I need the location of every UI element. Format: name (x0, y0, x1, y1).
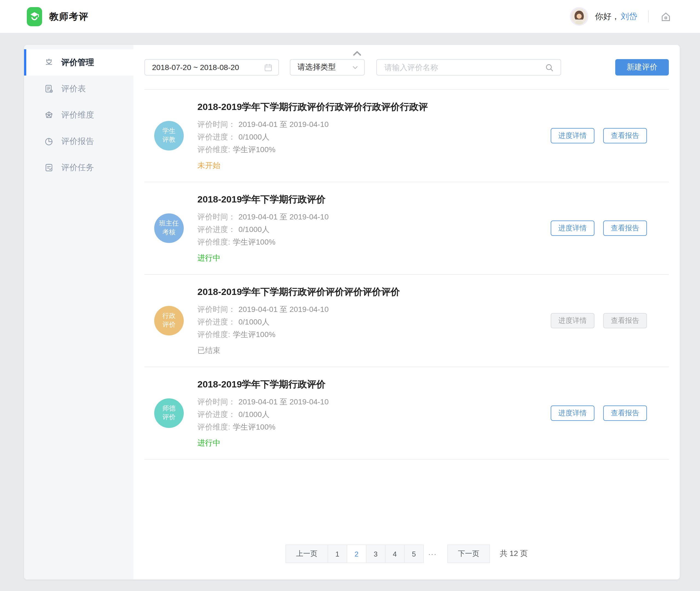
evaluation-list: 学生 评教 2018-2019学年下学期行政评价行政评价行政评价行政评 评价时间… (144, 89, 669, 460)
evaluation-card: 师德 评价 2018-2019学年下学期行政评价 评价时间： 2019-04-0… (144, 367, 669, 459)
progress-label: 评价进度： (198, 223, 236, 236)
dimension-label: 评价维度: (198, 236, 230, 249)
evaluation-progress-row: 评价进度： 0/1000人 (198, 408, 540, 421)
page-button-4[interactable]: 4 (385, 544, 405, 563)
dimension-label: 评价维度: (198, 421, 230, 434)
time-value: 2019-04-01 至 2019-04-10 (238, 118, 329, 131)
sidebar-item-evaluation-form[interactable]: 评价表 (24, 75, 134, 102)
progress-label: 评价进度： (198, 316, 236, 328)
evaluation-progress-row: 评价进度： 0/1000人 (198, 316, 540, 328)
evaluation-dimension-row: 评价维度: 学生评100% (198, 421, 540, 434)
view-report-button[interactable]: 查看报告 (603, 313, 647, 328)
evaluation-time-row: 评价时间： 2019-04-01 至 2019-04-10 (198, 211, 540, 223)
progress-label: 评价进度： (198, 131, 236, 143)
type-select-placeholder: 请选择类型 (298, 62, 336, 72)
next-page-button[interactable]: 下一页 (447, 544, 490, 563)
card-actions: 进度详情 查看报告 (551, 128, 647, 143)
time-label: 评价时间： (198, 303, 236, 316)
evaluation-type-badge: 师德 评价 (154, 398, 184, 428)
greeting-text: 你好， (595, 11, 620, 22)
evaluation-title: 2018-2019学年下学期行政评价行政评价行政评价行政评 (198, 101, 540, 113)
evaluation-card: 班主任 考核 2018-2019学年下学期行政评价 评价时间： 2019-04-… (144, 182, 669, 274)
progress-detail-button[interactable]: 进度详情 (551, 128, 595, 143)
collapse-filters-chevron-up-icon[interactable] (351, 49, 363, 58)
progress-detail-button[interactable]: 进度详情 (551, 220, 595, 236)
evaluation-type-badge: 学生 评教 (154, 121, 184, 150)
card-body: 2018-2019学年下学期行政评价评价评价评价评价 评价时间： 2019-04… (198, 286, 540, 356)
search-field (376, 59, 561, 75)
evaluation-time-row: 评价时间： 2019-04-01 至 2019-04-10 (198, 303, 540, 316)
progress-value: 0/1000人 (238, 223, 269, 236)
page-button-5[interactable]: 5 (404, 544, 424, 563)
sidebar-item-evaluation-dimension[interactable]: 评价维度 (24, 102, 134, 128)
top-bar: 教师考评 你好， 刘岱 (0, 0, 700, 33)
evaluation-dimension-row: 评价维度: 学生评100% (198, 143, 540, 156)
badge-line1: 学生 (162, 127, 175, 136)
date-range-value: 2018-07-20 ~ 2018-08-20 (152, 63, 239, 72)
brand: 教师考评 (27, 7, 89, 26)
progress-value: 0/1000人 (238, 131, 269, 143)
status-badge: 未开始 (198, 161, 540, 171)
prev-page-button[interactable]: 上一页 (286, 544, 328, 563)
evaluation-progress-row: 评价进度： 0/1000人 (198, 223, 540, 236)
evaluation-title: 2018-2019学年下学期行政评价评价评价评价评价 (198, 286, 540, 298)
pagination-ellipsis[interactable]: ··· (423, 550, 442, 558)
username-link[interactable]: 刘岱 (621, 11, 637, 22)
sidebar-item-label: 评价管理 (61, 57, 94, 68)
time-value: 2019-04-01 至 2019-04-10 (238, 396, 329, 408)
type-select[interactable]: 请选择类型 (290, 59, 365, 75)
page-button-3[interactable]: 3 (366, 544, 386, 563)
sidebar-item-evaluation-report[interactable]: 评价报告 (24, 128, 134, 154)
app-logo-icon (27, 7, 42, 26)
dimension-value: 学生评100% (233, 236, 276, 249)
user-area: 你好， 刘岱 (570, 7, 672, 26)
evaluation-title: 2018-2019学年下学期行政评价 (198, 378, 540, 391)
time-label: 评价时间： (198, 118, 236, 131)
card-body: 2018-2019学年下学期行政评价 评价时间： 2019-04-01 至 20… (198, 378, 540, 448)
evaluation-time-row: 评价时间： 2019-04-01 至 2019-04-10 (198, 118, 540, 131)
page-button-1[interactable]: 1 (328, 544, 347, 563)
date-range-input[interactable]: 2018-07-20 ~ 2018-08-20 (144, 59, 279, 75)
status-badge: 已结束 (198, 346, 540, 356)
evaluation-card: 行政 评价 2018-2019学年下学期行政评价评价评价评价评价 评价时间： 2… (144, 274, 669, 367)
user-avatar[interactable] (570, 7, 589, 26)
progress-value: 0/1000人 (238, 316, 269, 328)
time-label: 评价时间： (198, 211, 236, 223)
new-evaluation-button[interactable]: 新建评价 (615, 59, 669, 75)
view-report-button[interactable]: 查看报告 (603, 128, 647, 143)
card-body: 2018-2019学年下学期行政评价行政评价行政评价行政评 评价时间： 2019… (198, 101, 540, 171)
progress-detail-button[interactable]: 进度详情 (551, 405, 595, 421)
evaluation-card: 学生 评教 2018-2019学年下学期行政评价行政评价行政评价行政评 评价时间… (144, 89, 669, 182)
card-actions: 进度详情 查看报告 (551, 220, 647, 236)
page-button-2[interactable]: 2 (347, 544, 367, 563)
evaluation-dimension-row: 评价维度: 学生评100% (198, 236, 540, 249)
badge-line1: 师德 (162, 405, 175, 413)
status-badge: 进行中 (198, 438, 540, 448)
evaluation-title: 2018-2019学年下学期行政评价 (198, 193, 540, 206)
total-pages-text: 共 12 页 (500, 549, 528, 559)
view-report-button[interactable]: 查看报告 (603, 220, 647, 236)
search-input[interactable] (379, 63, 545, 72)
view-report-button[interactable]: 查看报告 (603, 405, 647, 421)
task-icon (44, 162, 54, 173)
dimension-value: 学生评100% (233, 328, 276, 341)
card-actions: 进度详情 查看报告 (551, 313, 647, 328)
search-icon[interactable] (545, 63, 554, 72)
sidebar-item-evaluation-task[interactable]: 评价任务 (24, 154, 134, 181)
main-content: 2018-07-20 ~ 2018-08-20 请选择类型 (134, 45, 680, 580)
time-value: 2019-04-01 至 2019-04-10 (238, 303, 329, 316)
dimension-label: 评价维度: (198, 328, 230, 341)
evaluation-type-badge: 行政 评价 (154, 306, 184, 335)
evaluation-progress-row: 评价进度： 0/1000人 (198, 131, 540, 143)
evaluation-type-badge: 班主任 考核 (154, 213, 184, 243)
status-badge: 进行中 (198, 253, 540, 263)
sidebar-item-evaluation-management[interactable]: 评价管理 (24, 49, 134, 75)
badge-line2: 评价 (162, 321, 175, 329)
header-divider (648, 10, 648, 22)
badge-line2: 考核 (162, 228, 175, 237)
progress-detail-button[interactable]: 进度详情 (551, 313, 595, 328)
home-icon[interactable] (659, 10, 672, 23)
evaluation-time-row: 评价时间： 2019-04-01 至 2019-04-10 (198, 396, 540, 408)
sidebar-item-label: 评价报告 (61, 136, 94, 146)
badge-line2: 评教 (162, 136, 175, 144)
